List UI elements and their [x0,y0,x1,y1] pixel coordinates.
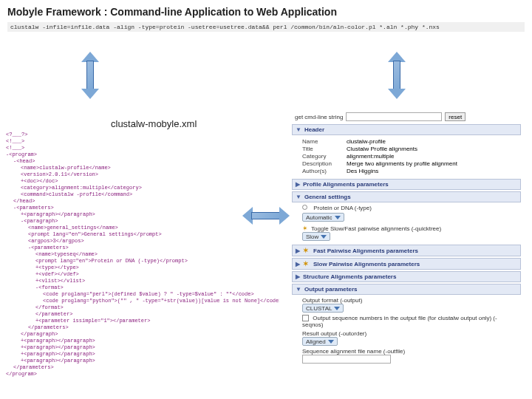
kv-key: Author(s) [302,168,344,174]
output-body: Output format (-output) CLUSTAL Output s… [292,295,521,366]
kv-value: clustalw-profile [347,138,386,145]
section-header-output[interactable]: ▼ Output parameters [292,284,521,295]
arrow-form-icon [388,53,406,98]
kv-value: alignment:multiple [347,153,394,160]
cmdline-string-input[interactable] [346,112,442,121]
output-format-select[interactable]: CLUSTAL [302,304,344,313]
seqnos-checkbox[interactable] [302,315,309,321]
chevron-right-icon: ▶ [296,248,300,254]
type-select[interactable]: Automatic [302,213,344,222]
header-body: Nameclustalw-profileTitleClustalw Profil… [292,135,521,177]
section-title: Slow Pairwise Alignments parameters [313,261,420,267]
section-title: Structure Alignments parameters [303,273,396,280]
form-toprow: get cmd-line string reset [292,111,521,123]
webform-panel: get cmd-line string reset ▼ Header Namec… [292,111,521,366]
chevron-right-icon: ▶ [296,181,300,188]
xml-caption: clustalw-mobyle.xml [111,118,197,129]
arrow-between-icon [244,207,288,225]
cmdline-string-label: get cmd-line string [295,114,343,120]
seqalign-label: Sequence alignment file name (-outfile) [302,348,516,355]
kv-key: Name [302,138,344,145]
section-header-header[interactable]: ▼ Header [292,124,521,135]
general-body: Protein or DNA (-type) Automatic ✶ Toggl… [292,202,521,243]
page-title: Mobyle Framework : Command-line Applicat… [0,0,532,21]
type-label: Protein or DNA (-type) [313,205,372,211]
section-header-fast[interactable]: ▶ ✶ Fast Pairwise Alignments parameters [292,245,521,256]
toggle-label: Toggle Slow/Fast pairwise alignments (-q… [311,225,441,232]
result-label: Result output (-outorder) [302,330,516,337]
chevron-down-icon: ▼ [296,194,301,200]
seqnos-label: Output sequence numbers in the output fi… [302,315,497,328]
chevron-right-icon: ▶ [296,261,300,267]
kv-key: Title [302,146,344,152]
output-format-label: Output format (-output) [302,297,516,304]
section-header-profile[interactable]: ▶ Profile Alignments parameters [292,179,521,190]
section-title: Fast Pairwise Alignments parameters [313,248,418,254]
reset-button[interactable]: reset [445,112,466,121]
chevron-down-icon [334,307,340,310]
kv-key: Category [302,153,344,160]
command-line-bar: clustalw -infile=infile.data -align -typ… [7,22,525,32]
radio-protein[interactable] [302,205,307,210]
chevron-right-icon: ▶ [296,273,300,280]
section-title: Header [304,126,324,133]
section-header-structure[interactable]: ▶ Structure Alignments parameters [292,271,521,282]
kv-key: Description [302,160,344,167]
section-header-slow[interactable]: ▶ ✶ Slow Pairwise Alignments parameters [292,258,521,270]
chevron-down-icon [328,340,334,344]
chevron-down-icon: ▼ [296,286,301,293]
chevron-down-icon [321,235,327,239]
output-format-value: CLUSTAL [306,305,332,312]
gear-icon: ✶ [303,247,309,254]
section-header-general[interactable]: ▼ General settings [292,191,521,202]
section-title: Profile Alignments parameters [303,181,389,188]
gear-icon: ✶ [302,225,308,232]
gear-icon: ✶ [303,260,309,267]
xml-panel: <?___?><!___><!___>-<program>-<head><nam… [6,132,279,390]
result-select[interactable]: Aligned [302,337,338,346]
kv-value: Des Higgins [347,168,378,174]
result-value: Aligned [306,338,326,345]
section-title: Output parameters [304,286,358,293]
arrow-xml-icon [81,53,99,98]
seqalign-input[interactable] [302,355,391,364]
kv-value: Merge two alignments by profile alignmen… [347,160,457,167]
chevron-down-icon [335,216,341,219]
section-title: General settings [304,194,351,200]
type-value: Automatic [306,214,332,221]
toggle-value: Slow [306,233,318,240]
chevron-down-icon: ▼ [296,126,301,133]
kv-value: Clustalw Profile alignments [347,146,417,152]
toggle-select[interactable]: Slow [302,232,330,241]
